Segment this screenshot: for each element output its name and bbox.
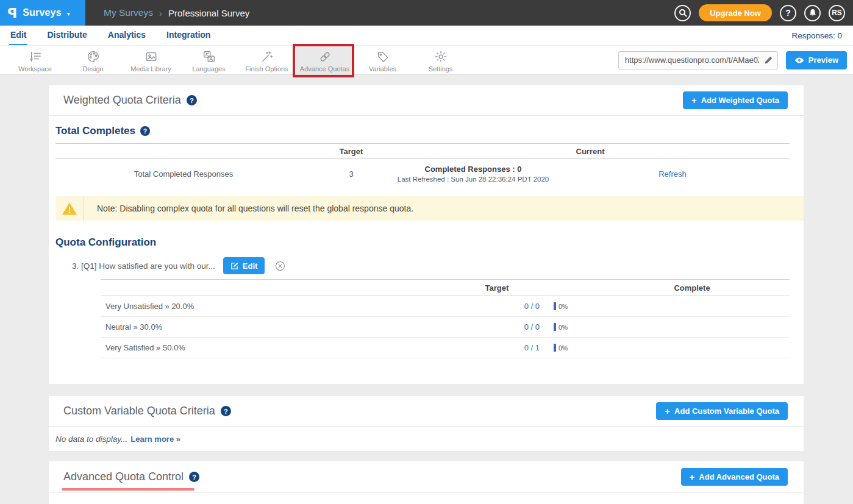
target-value: 3 <box>312 169 391 179</box>
last-refreshed-timestamp: Last Refreshed : Sun Jun 28 22:36:24 PDT… <box>391 176 555 183</box>
toolbar-label: Design <box>82 65 103 73</box>
notifications-button[interactable] <box>804 5 821 21</box>
breadcrumb-current: Professional Survey <box>168 8 249 18</box>
help-icon[interactable]: ? <box>189 472 199 482</box>
question-mark-icon: ? <box>785 8 791 18</box>
completed-responses-value: Completed Responses : 0 <box>391 165 555 174</box>
toolbar-item-variables[interactable]: Variables <box>354 46 412 74</box>
quota-configuration-heading: Quota Configuration <box>55 236 804 249</box>
remove-question-icon[interactable] <box>275 261 285 271</box>
red-annotation-underline <box>62 488 195 491</box>
edit-question-button[interactable]: Edit <box>223 257 265 274</box>
advanced-quota-title: Advanced Quota Control ? <box>63 470 199 483</box>
add-advanced-quota-button[interactable]: + Add Advanced Quota <box>681 468 788 486</box>
progress-bar <box>554 344 556 352</box>
questionpro-logo: P <box>7 5 17 21</box>
help-icon[interactable]: ? <box>187 95 197 105</box>
media-library-icon <box>145 50 158 63</box>
main-content: Weighted Quota Criteria ? + Add Weighted… <box>0 75 853 504</box>
toolbar-item-media-library[interactable]: Media Library <box>122 46 180 74</box>
column-header-complete: Complete <box>594 283 790 293</box>
help-icon[interactable]: ? <box>221 406 231 416</box>
search-button[interactable] <box>674 5 691 21</box>
survey-tabs: Edit Distribute Analytics Integration Re… <box>0 26 853 46</box>
breadcrumb-my-surveys[interactable]: My Surveys <box>104 7 153 18</box>
toolbar-label: Languages <box>192 65 225 73</box>
workspace-icon <box>29 50 42 63</box>
avatar[interactable]: RS <box>829 5 845 21</box>
table-row: Total Completed Responses 3 Completed Re… <box>55 159 790 189</box>
refresh-link[interactable]: Refresh <box>658 169 687 179</box>
tab-integration[interactable]: Integration <box>165 26 212 45</box>
add-custom-variable-quota-button[interactable]: + Add Custom Variable Quota <box>656 402 788 420</box>
topbar: P Surveys ▾ My Surveys › Professional Su… <box>0 0 853 26</box>
quota-table: Target Complete Very Unsatisfied » 20.0%… <box>101 279 790 358</box>
percent-label: 0% <box>559 324 568 331</box>
tab-edit[interactable]: Edit <box>9 26 27 45</box>
advance-quotas-icon <box>318 50 332 63</box>
quota-row: Very Unsatisfied » 20.0% 0 / 0 0% <box>101 296 790 317</box>
edit-icon <box>230 262 238 270</box>
weighted-quota-card: Weighted Quota Criteria ? + Add Weighted… <box>49 85 804 384</box>
preview-button[interactable]: Preview <box>786 51 847 69</box>
upgrade-now-button[interactable]: Upgrade Now <box>699 4 772 21</box>
progress-bar <box>554 302 556 310</box>
caret-down-icon: ▾ <box>67 10 70 17</box>
advanced-quota-card: Advanced Quota Control ? + Add Advanced … <box>49 461 804 504</box>
toolbar-label: Workspace <box>18 65 52 73</box>
option-label: Very Unsatisfied » 20.0% <box>101 302 454 311</box>
toolbar-label: Media Library <box>130 65 171 73</box>
responses-count: Responses: 0 <box>791 26 853 45</box>
surveys-menu[interactable]: P Surveys ▾ <box>0 0 85 26</box>
toolbar-label: Finish Options <box>245 65 288 73</box>
toolbar-label: Advance Quotas <box>300 65 349 73</box>
settings-icon <box>434 50 448 63</box>
quota-row: Neutral » 30.0% 0 / 0 0% <box>101 317 790 338</box>
plus-icon: + <box>665 406 670 416</box>
tab-analytics[interactable]: Analytics <box>107 26 147 45</box>
warning-icon <box>62 202 77 216</box>
target-count: 0 / 0 <box>454 302 540 311</box>
empty-state-text: No data to display... <box>55 435 127 444</box>
toolbar-item-advance-quotas[interactable]: Advance Quotas <box>296 46 354 74</box>
toolbar-item-finish-options[interactable]: Finish Options <box>238 46 296 74</box>
toolbar-item-languages[interactable]: Languages <box>180 46 238 74</box>
breadcrumb-separator-icon: › <box>159 8 162 18</box>
preview-label: Preview <box>808 55 838 65</box>
column-header-current: Current <box>391 147 790 156</box>
total-completes-heading: Total Completes ? <box>55 125 804 137</box>
languages-icon <box>202 50 216 63</box>
learn-more-link[interactable]: Learn more » <box>130 435 180 444</box>
weighted-quota-title: Weighted Quota Criteria ? <box>63 94 197 107</box>
percent-label: 0% <box>559 303 568 310</box>
target-count: 0 / 0 <box>454 322 540 332</box>
option-label: Very Satisfied » 50.0% <box>101 343 454 352</box>
progress-bar <box>554 323 556 331</box>
toolbar-item-design[interactable]: Design <box>64 46 122 74</box>
total-completes-table: Target Current Total Completed Responses… <box>55 143 790 189</box>
toolbar-item-settings[interactable]: Settings <box>412 46 469 74</box>
topbar-actions: Upgrade Now ? RS <box>674 4 853 21</box>
eye-icon <box>794 57 804 64</box>
help-icon[interactable]: ? <box>140 126 150 136</box>
help-button[interactable]: ? <box>780 5 796 21</box>
tab-distribute[interactable]: Distribute <box>46 26 88 45</box>
column-header-target: Target <box>312 147 391 156</box>
toolbar-item-workspace[interactable]: Workspace <box>6 46 64 74</box>
breadcrumb: My Surveys › Professional Survey <box>104 7 249 18</box>
warning-text: Note: Disabling complex quota for all qu… <box>84 204 413 213</box>
survey-url-input[interactable] <box>618 51 778 69</box>
surveys-menu-label: Surveys <box>23 7 62 18</box>
target-count: 0 / 1 <box>454 343 540 352</box>
add-weighted-quota-button[interactable]: + Add Weighted Quota <box>683 91 788 109</box>
question-label: 3. [Q1] How satisfied are you with our..… <box>72 261 215 271</box>
column-header-target: Target <box>454 283 540 293</box>
edit-url-pencil-icon[interactable] <box>764 55 773 65</box>
bell-icon <box>808 9 817 17</box>
toolbar-label: Variables <box>369 65 396 73</box>
option-label: Neutral » 30.0% <box>101 322 454 332</box>
avatar-initials: RS <box>832 9 842 17</box>
toolbar-label: Settings <box>429 65 453 73</box>
row-label: Total Completed Responses <box>55 169 312 179</box>
search-icon <box>679 9 687 17</box>
